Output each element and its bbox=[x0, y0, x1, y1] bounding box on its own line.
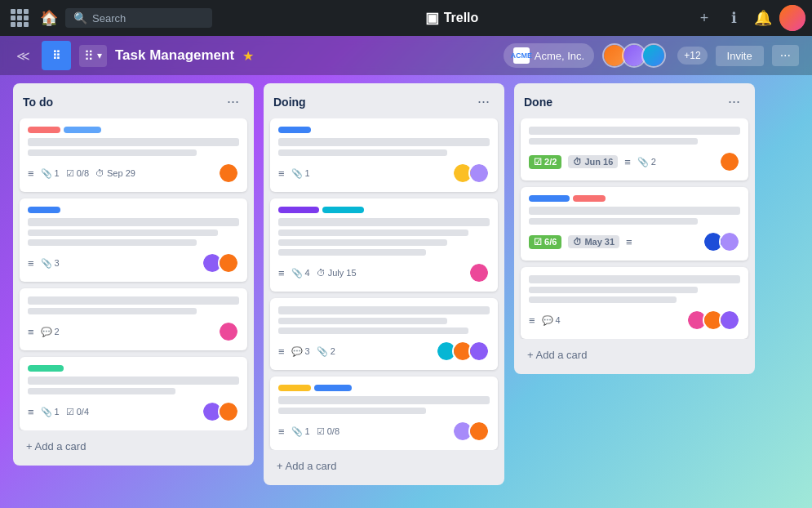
meta-icon: 📎 bbox=[41, 168, 52, 179]
card-meta-item: ≡ bbox=[626, 236, 632, 248]
top-nav: 🏠 🔍 Search ▣ Trello + ℹ 🔔 bbox=[0, 0, 812, 36]
card-avatars bbox=[218, 163, 239, 184]
card-avatar[interactable] bbox=[719, 231, 740, 252]
card-avatar[interactable] bbox=[218, 321, 239, 342]
card-avatar[interactable] bbox=[719, 310, 740, 331]
user-avatar[interactable] bbox=[779, 5, 805, 31]
add-card-button[interactable]: + Add a card bbox=[517, 342, 752, 368]
meta-text: 4 bbox=[305, 268, 310, 278]
card[interactable]: ≡📎4⏱July 15 bbox=[270, 198, 498, 292]
meta-icon: 💬 bbox=[291, 346, 303, 357]
add-button[interactable]: + bbox=[691, 5, 717, 31]
card-meta-item: ≡ bbox=[278, 267, 285, 279]
meta-text: 2 bbox=[55, 327, 60, 336]
card[interactable]: ☑ 6/6⏱ May 31≡ bbox=[521, 187, 748, 261]
card-avatar[interactable] bbox=[218, 163, 239, 184]
column-menu-button[interactable]: ··· bbox=[723, 91, 745, 112]
card-meta: ≡💬3📎2 bbox=[278, 345, 335, 358]
column-todo: To do···≡📎1☑0/8⏱Sep 29≡📎3≡💬2≡📎1☑0/4+ Add… bbox=[13, 83, 254, 466]
card-avatar[interactable] bbox=[468, 421, 490, 442]
menu-lines-icon: ≡ bbox=[28, 326, 34, 338]
add-card-button[interactable]: + Add a card bbox=[267, 453, 501, 479]
card-meta: ≡📎1☑0/4 bbox=[28, 406, 89, 418]
card-meta: ≡📎1 bbox=[278, 167, 310, 180]
board-nav-button[interactable]: ⠿ ▾ bbox=[79, 45, 107, 67]
menu-lines-icon: ≡ bbox=[278, 167, 285, 180]
card-meta: ≡📎1☑0/8 bbox=[278, 426, 339, 438]
card-avatar[interactable] bbox=[468, 262, 490, 283]
card[interactable]: ≡📎3 bbox=[20, 198, 247, 282]
card-label bbox=[28, 127, 60, 133]
meta-icon: 📎 bbox=[41, 258, 52, 269]
invite-button[interactable]: Invite bbox=[716, 46, 764, 66]
card-avatar[interactable] bbox=[468, 163, 490, 184]
meta-icon: 📎 bbox=[317, 346, 328, 357]
card-text-line bbox=[28, 377, 239, 385]
card-text-line bbox=[28, 296, 239, 305]
card-text-line bbox=[278, 138, 490, 146]
column-cards: ≡📎1≡📎4⏱July 15≡💬3📎2≡📎1☑0/8 bbox=[264, 118, 504, 450]
extra-members-badge[interactable]: +12 bbox=[677, 47, 707, 65]
board-logo: ⠿ bbox=[42, 41, 71, 70]
column-menu-button[interactable]: ··· bbox=[473, 91, 495, 112]
card[interactable]: ≡📎1☑0/8 bbox=[270, 377, 498, 450]
card-meta-item: 💬4 bbox=[542, 315, 561, 326]
home-button[interactable]: 🏠 bbox=[36, 5, 62, 31]
menu-lines-icon: ≡ bbox=[626, 236, 632, 248]
card-avatars bbox=[452, 163, 490, 184]
organization-button[interactable]: ACME Acme, Inc. bbox=[504, 43, 594, 68]
column-header-done: Done··· bbox=[514, 83, 755, 118]
menu-lines-icon: ≡ bbox=[28, 406, 34, 418]
card-footer: ≡📎3 bbox=[28, 252, 239, 274]
org-logo: ACME bbox=[513, 47, 530, 64]
grid-icon bbox=[11, 9, 29, 27]
card-label bbox=[278, 207, 319, 213]
card-avatar[interactable] bbox=[218, 252, 239, 274]
meta-text: 0/8 bbox=[77, 168, 89, 178]
board-header: ≪ ⠿ ⠿ ▾ Task Management ★ ACME Acme, Inc… bbox=[0, 36, 812, 75]
card[interactable]: ☑ 2/2⏱ Jun 16≡📎2 bbox=[521, 118, 748, 180]
grid-menu-button[interactable] bbox=[7, 5, 33, 31]
menu-lines-icon: ≡ bbox=[278, 267, 285, 279]
meta-icon: 📎 bbox=[41, 407, 52, 417]
card[interactable]: ≡💬4 bbox=[521, 267, 748, 339]
card[interactable]: ≡💬2 bbox=[20, 288, 247, 350]
card-text-line bbox=[529, 207, 740, 215]
info-button[interactable]: ℹ bbox=[721, 5, 747, 31]
card-meta: ☑ 2/2⏱ Jun 16≡📎2 bbox=[529, 155, 656, 169]
board-more-button[interactable]: ··· bbox=[772, 45, 799, 66]
card-badge: ⏱ Jun 16 bbox=[568, 155, 618, 168]
menu-lines-icon: ≡ bbox=[278, 345, 285, 358]
add-card-button[interactable]: + Add a card bbox=[16, 434, 251, 459]
card[interactable]: ≡📎1☑0/4 bbox=[20, 357, 247, 430]
card-badge: ☑ 2/2 bbox=[529, 155, 561, 169]
card-meta: ≡📎4⏱July 15 bbox=[278, 267, 357, 279]
card-avatar[interactable] bbox=[218, 401, 239, 422]
card[interactable]: ≡📎1 bbox=[270, 118, 498, 192]
card-avatar[interactable] bbox=[468, 341, 490, 362]
card[interactable]: ≡💬3📎2 bbox=[270, 298, 498, 370]
card-meta-item: ≡ bbox=[278, 167, 285, 180]
board-star-button[interactable]: ★ bbox=[242, 48, 254, 64]
column-cards: ≡📎1☑0/8⏱Sep 29≡📎3≡💬2≡📎1☑0/4 bbox=[13, 118, 254, 430]
column-menu-button[interactable]: ··· bbox=[222, 91, 244, 112]
card-meta-item: ≡ bbox=[278, 426, 285, 438]
card-text-line bbox=[278, 328, 468, 334]
card-text-line bbox=[529, 287, 698, 293]
card-avatar[interactable] bbox=[719, 151, 740, 172]
card-text-line bbox=[278, 249, 426, 256]
card-labels bbox=[529, 195, 740, 202]
card-labels bbox=[28, 365, 239, 372]
card-labels bbox=[278, 207, 490, 213]
column-doing: Doing···≡📎1≡📎4⏱July 15≡💬3📎2≡📎1☑0/8+ Add … bbox=[264, 83, 504, 485]
card-footer: ☑ 6/6⏱ May 31≡ bbox=[529, 231, 740, 252]
meta-text: 1 bbox=[305, 168, 310, 178]
card[interactable]: ≡📎1☑0/8⏱Sep 29 bbox=[20, 118, 247, 192]
card-meta-item: ≡ bbox=[28, 167, 34, 180]
member-avatar-3[interactable] bbox=[641, 43, 666, 68]
menu-lines-icon: ≡ bbox=[624, 156, 631, 168]
column-title: To do bbox=[23, 96, 53, 109]
collapse-sidebar-button[interactable]: ≪ bbox=[13, 45, 33, 67]
search-bar[interactable]: 🔍 Search bbox=[65, 8, 212, 28]
notifications-button[interactable]: 🔔 bbox=[750, 5, 776, 31]
